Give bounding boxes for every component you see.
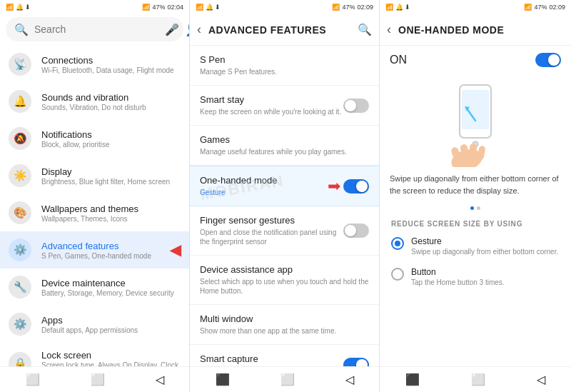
display-title: Display [41,166,181,177]
onehanded-arrow: ➡ [328,177,340,196]
nav-recent-middle[interactable]: ⬛ [216,373,230,386]
nav-home-middle[interactable]: ⬜ [281,373,295,386]
sounds-title: Sounds and vibration [41,92,181,103]
signal-icon: 📶 [142,4,150,11]
mic-icon[interactable]: 🎤 [165,23,179,36]
svg-rect-8 [470,144,477,159]
right-header-title: ONE-HANDED MODE [398,24,564,36]
nav-back-right[interactable]: ◁ [537,373,545,386]
sidebar-item-notifications[interactable]: 🔕 Notifications Block, allow, prioritise [0,120,189,157]
feature-deviceassistance[interactable]: Device assistance app Select which app t… [190,256,379,305]
sidebar-item-lockscreen[interactable]: 🔒 Lock screen Screen lock type, Always O… [0,343,189,366]
sidebar-item-connections[interactable]: 📡 Connections Wi-Fi, Bluetooth, Data usa… [0,46,189,83]
onehanded-toggle[interactable] [343,179,369,194]
maintenance-icon: 🔧 [9,276,31,298]
multiwindow-subtitle: Show more than one app at the same time. [200,326,336,336]
left-status-icons: 📶 🔔 ⬇ [6,4,31,11]
on-toggle-row: ON [390,53,561,67]
notifications-subtitle: Block, allow, prioritise [41,141,181,149]
feature-spen[interactable]: S Pen Manage S Pen features. [190,46,379,86]
middle-notif-icons: 📶 🔔 ⬇ [196,4,221,11]
menu-list: 📡 Connections Wi-Fi, Bluetooth, Data usa… [0,46,189,366]
search-bar[interactable]: 🔍 🎤 👤 [6,17,183,41]
spen-subtitle: Manage S Pen features. [200,67,277,76]
on-toggle[interactable] [535,53,561,67]
right-back-button[interactable]: ‹ [387,22,391,37]
gesture-radio-circle[interactable] [391,237,404,250]
smartstay-title: Smart stay [200,94,343,105]
sidebar-item-apps[interactable]: ⚙️ Apps Default apps, App permissions [0,306,189,343]
advanced-title: Advanced features [41,241,160,251]
onehanded-subtitle: Gesture [200,188,328,197]
advanced-icon: ⚙️ [9,238,31,261]
profile-icon[interactable]: 👤 [185,21,190,37]
sidebar-item-wallpapers[interactable]: 🎨 Wallpapers and themes Wallpapers, Them… [0,194,189,231]
middle-panel: 📶 🔔 ⬇ 📶 47% 02:09 ‹ ADVANCED FEATURES 🔍 … [190,0,380,392]
feature-games[interactable]: Games Manage useful features while you p… [190,126,379,166]
feature-onehanded[interactable]: One-handed mode Gesture ➡ [190,166,379,206]
middle-header: ‹ ADVANCED FEATURES 🔍 [190,14,379,46]
sidebar-item-maintenance[interactable]: 🔧 Device maintenance Battery, Storage, M… [0,268,189,306]
advanced-subtitle: S Pen, Games, One-handed mode [41,252,160,260]
middle-right-icons: 📶 47% 02:09 [332,4,373,11]
feature-fingersensor[interactable]: Finger sensor gestures Open and close th… [190,206,379,256]
smartcapture-toggle[interactable] [343,358,369,367]
status-bar-left: 📶 🔔 ⬇ 📶 47% 02:04 [0,0,189,14]
feature-smartcapture[interactable]: Smart capture On [190,345,379,366]
middle-back-button[interactable]: ‹ [197,22,201,37]
right-notif-icons: 📶 🔔 ⬇ [385,4,410,11]
phone-hand-svg [440,81,511,167]
svg-rect-1 [462,90,489,129]
gesture-radio-subtitle: Swipe up diagonally from either bottom c… [411,248,558,256]
right-signal: 📶 [524,4,532,11]
sidebar-item-sounds[interactable]: 🔔 Sounds and vibration Sounds, Vibration… [0,83,189,120]
search-input[interactable] [34,24,159,35]
feature-smartstay[interactable]: Smart stay Keep the screen on while you'… [190,86,379,126]
status-bar-right: 📶 🔔 ⬇ 📶 47% 02:09 [380,0,571,14]
nav-recent-right[interactable]: ⬛ [405,373,420,386]
deviceassistance-title: Device assistance app [200,264,369,275]
fingersensor-toggle[interactable] [343,223,369,238]
button-radio-circle[interactable] [391,268,404,281]
middle-battery: 47% [342,4,355,11]
bottom-nav-right: ⬛ ⬜ ◁ [380,366,571,392]
middle-header-title: ADVANCED FEATURES [208,24,358,36]
maintenance-title: Device maintenance [41,278,181,288]
radio-button[interactable]: Button Tap the Home button 3 times. [380,261,571,292]
sidebar-item-advanced[interactable]: ⚙️ Advanced features S Pen, Games, One-h… [0,231,189,268]
gesture-radio-title: Gesture [411,236,558,246]
display-icon: ☀️ [9,164,31,187]
sounds-icon: 🔔 [9,90,31,113]
features-list: S Pen Manage S Pen features. Smart stay … [190,46,379,366]
bottom-nav-left: ⬜ ⬜ ◁ [0,366,189,392]
middle-search-icon[interactable]: 🔍 [358,23,372,36]
games-subtitle: Manage useful features while you play ga… [200,147,347,156]
sidebar-item-display[interactable]: ☀️ Display Brightness, Blue light filter… [0,157,189,194]
connections-subtitle: Wi-Fi, Bluetooth, Data usage, Flight mod… [41,66,181,74]
radio-gesture[interactable]: Gesture Swipe up diagonally from either … [380,231,571,261]
notifications-icon: 🔕 [9,127,31,150]
nav-back-left[interactable]: ◁ [156,373,164,386]
fingersensor-title: Finger sensor gestures [200,215,343,226]
reduce-label: REDUCE SCREEN SIZE BY USING [380,214,571,231]
left-panel: 📶 🔔 ⬇ 📶 47% 02:04 🔍 🎤 👤 📡 Connections Wi… [0,0,190,392]
right-status-icons: 📶 47% 02:04 [142,4,183,11]
connections-icon: 📡 [9,53,31,76]
nav-home-left[interactable]: ⬜ [91,373,105,386]
notifications-title: Notifications [41,129,181,140]
display-subtitle: Brightness, Blue light filter, Home scre… [41,178,181,186]
onehanded-title: One-handed mode [200,175,328,186]
nav-recent-left[interactable]: ⬜ [26,373,40,386]
nav-home-right[interactable]: ⬜ [471,373,485,386]
bottom-nav-middle: ⬛ ⬜ ◁ [190,366,379,392]
nav-back-middle[interactable]: ◁ [345,373,354,386]
lockscreen-subtitle: Screen lock type, Always On Display, Clo… [41,361,181,366]
search-icon: 🔍 [14,23,29,36]
feature-multiwindow[interactable]: Multi window Show more than one app at t… [190,305,379,345]
onehanded-description: Swipe up diagonally from either bottom c… [380,173,571,196]
right-left-icons: 📶 🔔 ⬇ [385,4,410,11]
right-right-icons: 📶 47% 02:09 [524,4,565,11]
right-panel: 📶 🔔 ⬇ 📶 47% 02:09 ‹ ONE-HANDED MODE ON [380,0,571,392]
smartstay-toggle[interactable] [343,99,369,113]
lockscreen-title: Lock screen [41,350,181,361]
